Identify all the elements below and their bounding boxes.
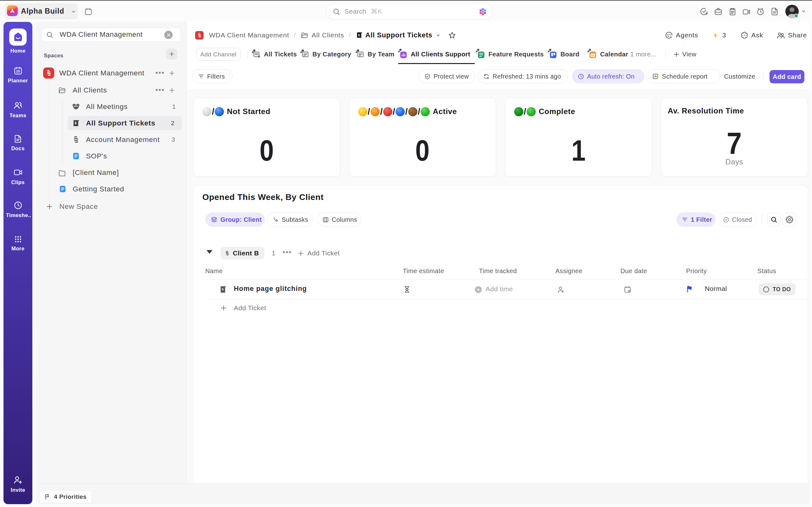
svg-text:$: $	[75, 121, 77, 125]
svg-text:25: 25	[16, 70, 20, 73]
svg-text:$: $	[222, 288, 223, 291]
svg-text:31: 31	[591, 54, 595, 57]
svg-text:$: $	[358, 33, 360, 37]
